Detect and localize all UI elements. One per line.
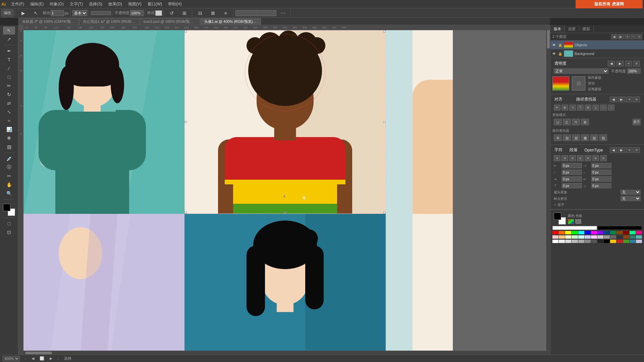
swatch-grass[interactable] xyxy=(623,240,629,243)
artboard-nav-next[interactable]: ▶ xyxy=(50,356,52,361)
swatch-peach[interactable] xyxy=(559,235,565,239)
swatch-pure-black[interactable] xyxy=(604,240,610,243)
pf-crop[interactable]: ▦ xyxy=(581,134,589,141)
align-right-icon[interactable]: ⊠ xyxy=(207,9,219,17)
scroll-thumb-horizontal[interactable] xyxy=(25,352,52,354)
swatch-medium-gray[interactable] xyxy=(585,240,591,243)
layers-remove[interactable]: − xyxy=(631,34,636,39)
menu-window[interactable]: 窗口(W) xyxy=(145,1,165,8)
transparency-nav3[interactable]: + xyxy=(625,61,632,66)
canvas-area[interactable]: 72 84 96 112 124 136 148 156 168 180 194… xyxy=(18,25,550,355)
align-bottom-btn[interactable]: ⊥ xyxy=(592,105,599,111)
transform-icon[interactable]: ⊞ xyxy=(178,9,191,17)
selection-tool[interactable]: ↖ xyxy=(3,26,15,35)
fg-color-swatch[interactable] xyxy=(554,213,561,220)
scroll-thumb-vertical[interactable] xyxy=(547,28,550,49)
group-button[interactable]: 编组 xyxy=(1,9,13,16)
para-force-btn[interactable]: ≡ xyxy=(585,155,591,161)
refresh-icon[interactable]: ↺ xyxy=(166,9,178,17)
layers-nav-left[interactable]: ◀ xyxy=(611,34,617,39)
swatch-gold[interactable] xyxy=(610,240,616,243)
layers-add[interactable]: + xyxy=(625,34,630,39)
swatch-lightest-gray[interactable] xyxy=(565,240,571,243)
artboard-nav-prev[interactable]: ◀ xyxy=(32,356,34,361)
right-indent-input[interactable] xyxy=(591,163,611,168)
menu-view[interactable]: 视图(V) xyxy=(125,1,144,8)
align-nav3[interactable]: + xyxy=(626,97,633,102)
pattern-icon[interactable] xyxy=(575,219,581,224)
transparency-nav4[interactable]: ≡ xyxy=(633,61,640,66)
swatch-gray-light[interactable] xyxy=(597,235,603,239)
vertical-scrollbar[interactable] xyxy=(546,25,550,351)
tab-3[interactable]: 头像1.ai @ 400% (RGB/预览) ✕ xyxy=(201,18,261,25)
swatch-forest[interactable] xyxy=(610,231,616,234)
para-j2-btn[interactable]: ≡ xyxy=(592,155,599,161)
paint-brush-tool[interactable]: ✏ xyxy=(3,82,15,90)
pf-minus-back[interactable]: ▨ xyxy=(599,134,607,141)
layer-lock-background[interactable]: 🔒 xyxy=(558,51,562,56)
pf-unite[interactable]: ⊔ xyxy=(554,119,562,125)
menu-type[interactable]: 文字(T) xyxy=(67,1,86,8)
direct-selection-tool[interactable]: ↗ xyxy=(3,35,15,43)
move-x-input[interactable] xyxy=(51,10,64,16)
zoom-select[interactable]: 400% xyxy=(3,356,20,361)
transparency-nav2[interactable]: ▶ xyxy=(616,61,624,66)
para-left-btn[interactable]: ≡ xyxy=(554,155,560,161)
eyedropper-tool[interactable]: 💉 xyxy=(3,155,15,163)
distribute-icon[interactable]: ≡ xyxy=(220,9,232,17)
align-nav2[interactable]: ▶ xyxy=(618,97,625,102)
swatch-navy[interactable] xyxy=(604,231,610,234)
space-after-input[interactable] xyxy=(591,170,611,175)
tab-0[interactable]: 未标题-3* @ 100% (CMYK/预览) ✕ xyxy=(18,18,79,25)
swatch-crimson[interactable] xyxy=(616,240,623,243)
swatch-yellow[interactable] xyxy=(565,231,571,234)
hand-tool[interactable]: ✋ xyxy=(3,181,15,189)
kerning-select[interactable]: 无 xyxy=(621,196,641,201)
type-tool[interactable]: T xyxy=(3,56,15,64)
swatch-violet[interactable] xyxy=(597,231,603,234)
swatch-white[interactable] xyxy=(552,226,597,230)
space-before-input[interactable] xyxy=(562,170,582,175)
layer-lock-objects[interactable]: 🔒 xyxy=(558,43,562,47)
last-input[interactable] xyxy=(591,176,611,182)
mirror-tool[interactable]: ⇄ xyxy=(3,99,15,107)
menu-help[interactable]: 帮助(H) xyxy=(165,1,184,8)
rp-tab-version[interactable]: 版本 xyxy=(550,25,565,33)
pf-intersect[interactable]: ⊓ xyxy=(572,119,580,125)
swatch-magenta[interactable] xyxy=(591,231,597,234)
swatch-dim-gray[interactable] xyxy=(591,240,597,243)
swatch-pink[interactable] xyxy=(591,235,597,239)
char-nav4[interactable]: ≡ xyxy=(633,147,640,153)
opacity-input[interactable] xyxy=(130,10,144,16)
char-nav2[interactable]: ▶ xyxy=(618,147,625,153)
layer-eye-objects[interactable]: 👁 xyxy=(552,43,556,47)
column-graph-tool[interactable]: ▨ xyxy=(3,143,15,151)
menu-file[interactable]: 文件(F) xyxy=(8,1,27,8)
pen-tool[interactable]: ✒ xyxy=(3,47,15,55)
layers-menu[interactable]: ≡ xyxy=(637,34,642,39)
align-top-btn[interactable]: ⊤ xyxy=(577,105,584,111)
height-input[interactable] xyxy=(256,10,276,16)
scissors-tool[interactable]: ✂ xyxy=(3,172,15,180)
para-right-btn[interactable]: ≡ xyxy=(569,155,576,161)
pf-minus-front[interactable]: ⊏ xyxy=(563,119,571,125)
swatch-mint-light[interactable] xyxy=(572,235,578,239)
pf-divide[interactable]: ⊞ xyxy=(554,134,562,141)
pf-trim[interactable]: ▤ xyxy=(563,134,571,141)
swatch-gray-darker[interactable] xyxy=(616,235,623,239)
swatch-gray-mid[interactable] xyxy=(604,235,610,239)
opacity-value-input[interactable]: 100% xyxy=(627,68,641,74)
transparency-nav1[interactable]: ◀ xyxy=(608,61,615,66)
swatch-sky[interactable] xyxy=(578,235,584,239)
align-right-btn[interactable]: ⊣ xyxy=(569,105,576,111)
left-indent-input[interactable] xyxy=(562,163,582,168)
warp-tool[interactable]: ≈ xyxy=(3,117,15,125)
swatch-saddle-brown[interactable] xyxy=(623,235,629,239)
swatch-pink-light[interactable] xyxy=(552,235,558,239)
swatch-brown[interactable] xyxy=(616,231,623,234)
swatch-purple-light[interactable] xyxy=(636,240,642,243)
menu-edit[interactable]: 编辑(E) xyxy=(28,1,46,8)
avatar-curly-center[interactable]: ✛ xyxy=(184,30,386,214)
horizontal-scrollbar[interactable] xyxy=(18,351,550,355)
menu-object[interactable]: 对象(O) xyxy=(47,1,66,8)
